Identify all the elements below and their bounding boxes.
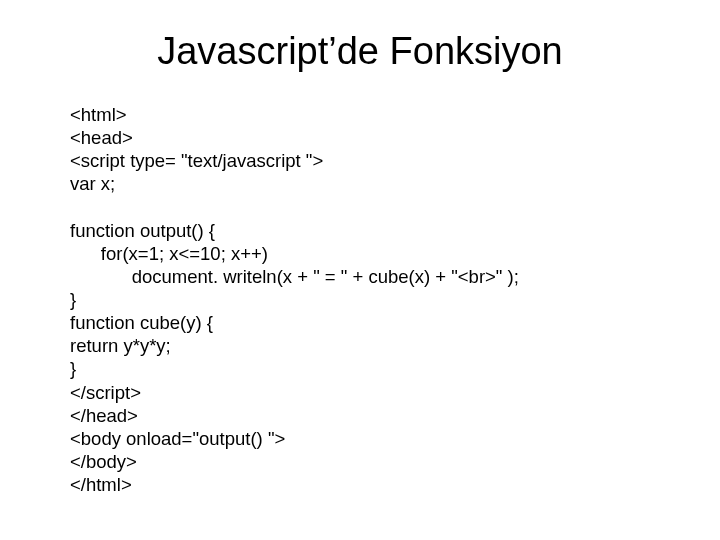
slide-title: Javascript’de Fonksiyon — [60, 30, 660, 73]
code-block: <html> <head> <script type= "text/javasc… — [70, 103, 660, 496]
slide: Javascript’de Fonksiyon <html> <head> <s… — [0, 0, 720, 540]
